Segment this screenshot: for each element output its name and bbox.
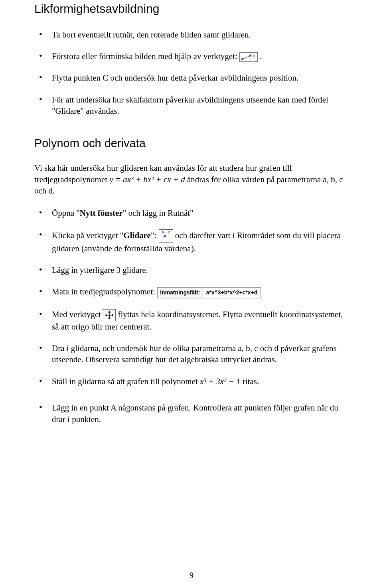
bullet-text: För att undersöka hur skalfaktorn påverk… <box>52 95 328 116</box>
input-field-image: Inmatningsfält: a*x^3+b*x^2+c*x+d <box>157 287 261 298</box>
input-field-caption: Inmatningsfält: <box>158 289 202 296</box>
bullet-text-tail: . <box>260 51 262 61</box>
text: Öppna " <box>52 208 80 218</box>
bullet-text: Flytta punkten C och undersök hur detta … <box>52 73 298 83</box>
bullet-item: Mata in tredjegradspolynomet: Inmatnings… <box>34 286 349 298</box>
bullet-item: Lägg in en punkt A någonstans på grafen.… <box>34 402 349 425</box>
bullet-list-2: Öppna "Nytt fönster" och lägg in Rutnät"… <box>34 207 349 424</box>
svg-text:k: k <box>253 53 256 58</box>
section-title-likformighet: Likformighetsavbildning <box>34 0 349 17</box>
intro-math: y = ax³ + bx² + cx + d <box>109 175 185 184</box>
text: Dra i glidarna, och undersök hur de olik… <box>52 343 337 364</box>
math: x³ + 3x² − 1 <box>200 377 241 386</box>
bullet-text: Ta bort eventuellt rutnät, den roterade … <box>52 30 251 39</box>
bullet-item: Flytta punkten C och undersök hur detta … <box>34 72 349 83</box>
bullet-text: Förstora eller förminska bilden med hjäl… <box>52 51 239 61</box>
svg-point-1 <box>241 58 244 61</box>
bullet-item: Lägg in ytterligare 3 glidare. <box>34 264 349 276</box>
text: Klicka på verktyget " <box>52 231 123 240</box>
bullet-item: Ta bort eventuellt rutnät, den roterade … <box>34 29 349 40</box>
bullet-item: Förstora eller förminska bilden med hjäl… <box>34 51 349 62</box>
text: ritas. <box>243 377 259 386</box>
bullet-item: Klicka på verktyget "Glidare": a = 2 och… <box>34 229 349 254</box>
svg-point-2 <box>249 55 252 57</box>
bold-text: Nytt fönster <box>80 208 123 218</box>
slider-tool-icon: a = 2 <box>159 229 173 243</box>
move-view-tool-icon <box>103 309 116 321</box>
text: Med verktyget <box>52 310 103 319</box>
bullet-item: Med verktyget flyttas hela koordinatsyst… <box>34 309 349 333</box>
intro-paragraph: Vi ska här undersöka hur glidaren kan an… <box>34 162 349 196</box>
slider-icon-label: a = 2 <box>160 231 172 234</box>
bullet-item: Öppna "Nytt fönster" och lägg in Rutnät" <box>34 207 349 219</box>
bold-text: Glidare <box>123 231 150 240</box>
svg-line-0 <box>242 55 250 59</box>
text: " och lägg in Rutnät" <box>123 208 193 218</box>
bullet-item: Ställ in glidarna så att grafen till pol… <box>34 376 349 387</box>
bullet-item: Dra i glidarna, och undersök hur de olik… <box>34 343 349 365</box>
section-title-polynom: Polynom och derivata <box>34 136 349 151</box>
input-field-value: a*x^3+b*x^2+c*x+d <box>203 288 261 298</box>
text: Lägg in en punkt A någonstans på grafen.… <box>52 403 338 424</box>
text: Ställ in glidarna så att grafen till pol… <box>52 377 200 386</box>
slider-icon-track <box>161 236 171 236</box>
page-number: 9 <box>0 570 383 581</box>
text: Mata in tredjegradspolynomet: <box>52 287 157 296</box>
text: Lägg in ytterligare 3 glidare. <box>52 265 148 275</box>
dilate-tool-icon: k <box>239 52 258 62</box>
bullet-list-1: Ta bort eventuellt rutnät, den roterade … <box>34 29 349 117</box>
bullet-item: För att undersöka hur skalfaktorn påverk… <box>34 94 349 117</box>
text: ": <box>151 231 159 240</box>
